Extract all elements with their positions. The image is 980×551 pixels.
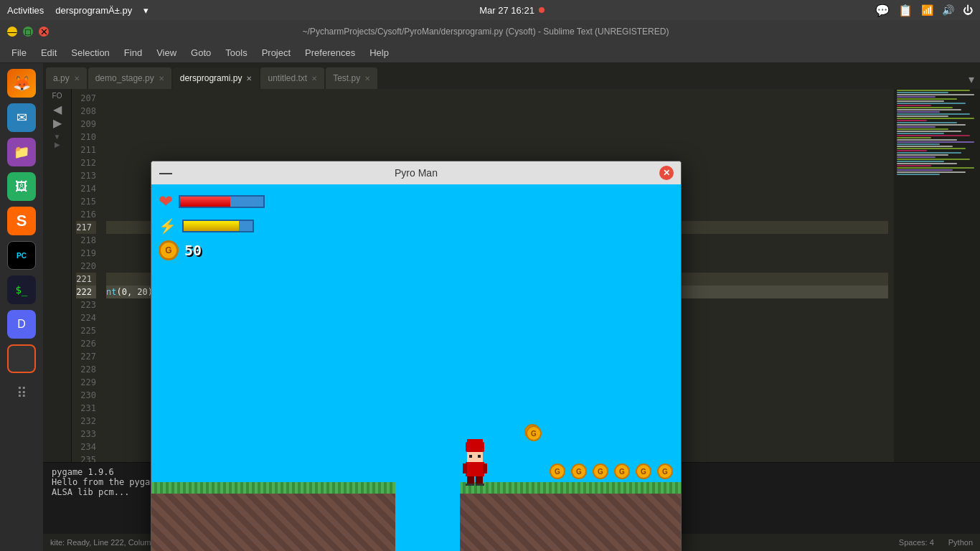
editor-area: a.py ✕ demo_stage.py ✕ dersprogrami.py ✕… xyxy=(43,63,980,551)
svg-rect-1 xyxy=(466,442,484,452)
energy-bar-fill xyxy=(184,221,239,231)
system-bar: Activities dersprogramÄ±.py ▾ Mar 27 16:… xyxy=(0,0,980,20)
game-titlebar: — Pyro Man ✕ xyxy=(151,161,681,184)
menu-view[interactable]: View xyxy=(151,46,182,60)
kite-status: kite: Ready, Line 222, Column 25 xyxy=(50,538,166,547)
svg-rect-5 xyxy=(466,462,484,476)
ground-left xyxy=(151,494,395,551)
tab-untitled-txt[interactable]: untitled.txt ✕ xyxy=(260,67,324,89)
close-tab-demo-stage[interactable]: ✕ xyxy=(159,75,164,83)
dock-sublime-text[interactable]: S xyxy=(7,207,36,235)
ground-coin-5: G xyxy=(636,463,651,482)
tab-dersprogrami[interactable]: dersprogrami.py ✕ xyxy=(173,67,260,89)
notes-sys-icon: 📋 xyxy=(898,4,913,17)
menu-bar: File Edit Selection Find View Goto Tools… xyxy=(0,43,980,63)
svg-text:G: G xyxy=(555,468,560,476)
energy-bar xyxy=(182,220,254,232)
tab-demo-stage[interactable]: demo_stage.py ✕ xyxy=(88,67,171,89)
app-chevron[interactable]: ▾ xyxy=(143,5,149,16)
svg-rect-3 xyxy=(469,455,472,458)
language-indicator: Python xyxy=(948,538,973,547)
app-name[interactable]: dersprogramÄ±.py xyxy=(55,5,132,16)
svg-rect-11 xyxy=(476,484,484,486)
window-controls: — □ ✕ xyxy=(7,27,49,37)
dock-pycharm[interactable]: PC xyxy=(7,241,36,270)
game-canvas[interactable]: ❤ ⚡ xyxy=(151,184,681,551)
svg-rect-4 xyxy=(478,455,481,458)
close-tab-dersprogrami[interactable]: ✕ xyxy=(246,75,252,83)
status-right: Spaces: 4 Python xyxy=(899,538,973,547)
hud-energy-row: ⚡ xyxy=(159,217,265,235)
svg-text:G: G xyxy=(619,468,625,476)
file-sidebar: FO ◀ ▶ ▼ ▶ xyxy=(43,89,72,462)
sidebar-folder-arrow: ▼ xyxy=(46,133,68,141)
close-button[interactable]: ✕ xyxy=(39,27,49,37)
activities-label[interactable]: Activities xyxy=(7,5,44,16)
spaces-indicator: Spaces: 4 xyxy=(899,538,934,547)
game-hud: ❤ ⚡ xyxy=(159,192,265,260)
minimize-button[interactable]: — xyxy=(7,27,17,37)
hp-bar-fill xyxy=(180,197,230,207)
menu-file[interactable]: File xyxy=(6,46,32,60)
svg-text:G: G xyxy=(576,468,582,476)
coin-floating: G xyxy=(524,424,540,440)
ground-right xyxy=(460,494,681,551)
coin-hud-icon: G xyxy=(159,240,179,260)
wifi-sys-icon: 📶 xyxy=(921,4,933,16)
minimap-content xyxy=(894,90,980,462)
svg-rect-7 xyxy=(483,463,487,474)
lightning-icon: ⚡ xyxy=(159,217,176,235)
dock-snap[interactable] xyxy=(7,344,36,373)
game-close-button[interactable]: ✕ xyxy=(659,166,674,180)
dock-terminal[interactable]: $_ xyxy=(7,276,36,304)
sidebar-folder-arrow2: ▶ xyxy=(46,141,68,149)
svg-text:G: G xyxy=(662,468,668,476)
dock-files[interactable]: 📁 xyxy=(7,138,36,166)
hp-bar xyxy=(179,195,265,208)
menu-edit[interactable]: Edit xyxy=(35,46,62,60)
main-content: 🦊 ✉ 📁 🖼 S PC $_ D ⠿ a.py ✕ demo_stage.py… xyxy=(0,63,980,551)
dock-firefox[interactable]: 🦊 xyxy=(7,69,36,98)
menu-project[interactable]: Project xyxy=(256,46,296,60)
tabs-bar: a.py ✕ demo_stage.py ✕ dersprogrami.py ✕… xyxy=(43,63,980,89)
dock-image-viewer[interactable]: 🖼 xyxy=(7,172,36,201)
sidebar-collapse-left[interactable]: ◀ xyxy=(46,103,68,116)
menu-goto[interactable]: Goto xyxy=(185,46,217,60)
dock-email[interactable]: ✉ xyxy=(7,103,36,132)
ground-coin-6: G xyxy=(657,463,673,482)
game-minimize-button[interactable]: — xyxy=(159,166,173,180)
power-sys-icon[interactable]: ⏻ xyxy=(963,4,973,16)
svg-rect-6 xyxy=(463,463,467,474)
sidebar-expand-right[interactable]: ▶ xyxy=(46,116,68,130)
menu-help[interactable]: Help xyxy=(364,46,395,60)
dock-discord[interactable]: D xyxy=(7,310,36,339)
maximize-button[interactable]: □ xyxy=(23,27,33,37)
game-window-controls: — xyxy=(159,166,173,180)
datetime: Mar 27 16:21 xyxy=(479,5,534,16)
hud-coin-row: G 50 xyxy=(159,240,265,260)
close-tab-a-py[interactable]: ✕ xyxy=(74,75,80,83)
menu-tools[interactable]: Tools xyxy=(220,46,253,60)
svg-rect-10 xyxy=(466,484,474,486)
tab-a-py[interactable]: a.py ✕ xyxy=(46,67,87,89)
svg-text:G: G xyxy=(598,468,603,476)
sidebar-label: FO xyxy=(46,92,68,100)
discord-sys-icon: 💬 xyxy=(875,4,890,17)
dot-indicator xyxy=(539,7,545,13)
menu-preferences[interactable]: Preferences xyxy=(299,46,361,60)
tab-test-py[interactable]: Test.py ✕ xyxy=(326,67,377,89)
ground-coin-4: G xyxy=(614,463,630,482)
volume-sys-icon: 🔊 xyxy=(942,4,954,16)
menu-selection[interactable]: Selection xyxy=(65,46,115,60)
window-title: ~/PycharmProjects/Cysoft/PyroMan/derspro… xyxy=(303,27,669,37)
close-tab-test-py[interactable]: ✕ xyxy=(364,75,370,83)
app-container: — □ ✕ ~/PycharmProjects/Cysoft/PyroMan/d… xyxy=(0,20,980,551)
tab-overflow-chevron[interactable]: ▾ xyxy=(966,70,977,89)
menu-find[interactable]: Find xyxy=(118,46,148,60)
close-tab-untitled-txt[interactable]: ✕ xyxy=(311,75,317,83)
dock-show-apps[interactable]: ⠿ xyxy=(7,379,36,408)
game-title: Pyro Man xyxy=(173,167,659,179)
line-numbers: 207208209210211 212213214215216 217 2182… xyxy=(72,89,100,462)
title-bar: — □ ✕ ~/PycharmProjects/Cysoft/PyroMan/d… xyxy=(0,20,980,43)
character-sprite xyxy=(460,439,489,486)
